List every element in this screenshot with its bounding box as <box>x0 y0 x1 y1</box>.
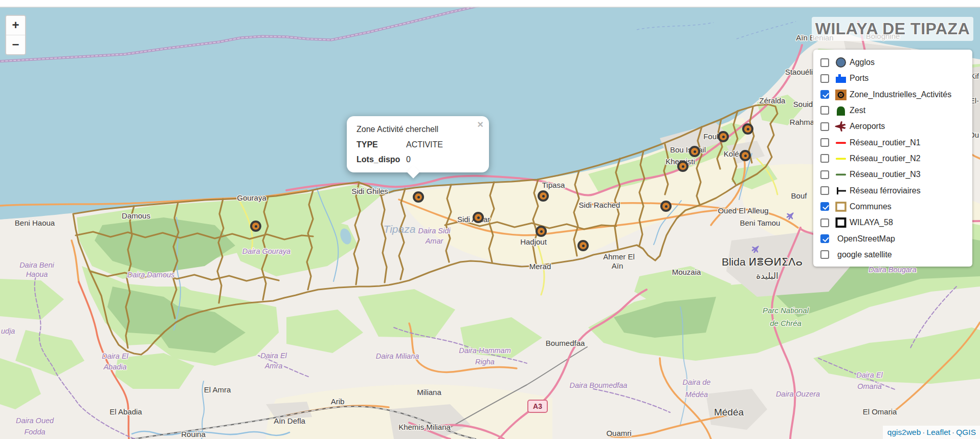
checkbox[interactable] <box>820 218 829 227</box>
daira-label: Daira Miliana <box>376 352 419 360</box>
layer-row-zest[interactable]: Zest <box>820 103 968 118</box>
park-label: Parc National <box>763 306 809 315</box>
checkbox[interactable] <box>820 138 829 147</box>
railway-line-icon <box>835 185 847 197</box>
layer-label: Réseau_routier_N3 <box>850 170 921 179</box>
daira-label: Daira Oued <box>16 416 54 425</box>
zone-industrielle-marker-cherchell[interactable] <box>413 191 424 203</box>
daira-label: Fodda <box>24 428 45 436</box>
popup-field-value: 0 <box>406 155 479 164</box>
daira-label: Médéa <box>685 390 708 399</box>
town-label: El Omaria <box>863 407 897 416</box>
layer-row-wilaya-58[interactable]: WILAYA_58 <box>820 215 968 230</box>
checkbox[interactable] <box>820 170 829 179</box>
layer-label: google satellite <box>837 250 892 259</box>
town-label: Tipasa <box>542 181 565 189</box>
zone-industrielle-marker[interactable] <box>660 201 672 212</box>
town-label: Beni Tamou <box>740 218 781 227</box>
town-label: Rahma <box>790 118 815 126</box>
checkbox[interactable] <box>820 234 829 243</box>
zoom-out-button[interactable]: − <box>6 35 25 54</box>
daira-label: Daira Gouraya <box>242 247 291 255</box>
airplane-icon <box>835 120 847 133</box>
town-label: Sidi Rached <box>579 201 620 209</box>
layer-row-reseau-routier-n3[interactable]: Réseau_routier_N3 <box>820 167 968 182</box>
layer-label: WILAYA_58 <box>850 218 893 227</box>
town-label: Beni Haoua <box>15 218 55 227</box>
zone-industrielle-marker[interactable] <box>718 131 729 142</box>
attribution-link-leaflet[interactable]: Leaflet <box>927 428 951 436</box>
popup-close-button[interactable]: × <box>477 119 483 129</box>
checkbox[interactable] <box>820 58 829 67</box>
checkbox[interactable] <box>820 90 829 99</box>
checkbox[interactable] <box>820 202 829 211</box>
layer-label: Réseau_routier_N2 <box>850 154 921 163</box>
checkbox[interactable] <box>820 122 829 131</box>
layer-row-ports[interactable]: Ports <box>820 71 968 86</box>
town-label: Mouzaia <box>672 268 701 276</box>
checkbox[interactable] <box>820 154 829 163</box>
a3-road-badge: A3 <box>528 400 547 412</box>
checkbox[interactable] <box>820 186 829 195</box>
zoom-in-button[interactable]: + <box>6 16 25 35</box>
layer-row-openstreetmap[interactable]: OpenStreetMap <box>820 231 968 247</box>
town-label: Arib <box>331 397 345 406</box>
town-label: Oued El Alleug <box>718 206 768 215</box>
map-title: WILAYA DE TIPAZA <box>812 17 973 41</box>
layer-row-agglos[interactable]: Agglos <box>820 55 968 70</box>
attribution-bar: qgis2web·Leaflet·QGIS <box>883 426 980 439</box>
daira-label: Abadia <box>103 363 126 371</box>
popup-row: Lots_dispo 0 <box>357 155 479 164</box>
zone-industrielle-marker[interactable] <box>677 161 688 172</box>
popup-field-label: Lots_dispo <box>357 155 406 164</box>
daira-label: Haoua <box>26 270 48 278</box>
layer-label: Réseau férroviaires <box>850 186 921 195</box>
town-label: Aïn <box>612 261 623 270</box>
zone-industrielle-marker[interactable] <box>536 226 547 237</box>
layer-row-aeroports[interactable]: Aeroports <box>820 119 968 134</box>
daira-label: Daira de <box>683 378 711 386</box>
zone-industrielle-marker[interactable] <box>577 240 589 251</box>
zone-industrielle-marker[interactable] <box>250 221 261 232</box>
attribution-link-qgis[interactable]: QGIS <box>956 428 976 436</box>
town-label: Bou Ismail <box>670 145 706 154</box>
checkbox[interactable] <box>820 250 829 259</box>
layer-row-zones-industrielles[interactable]: Zone_Industrielles_Activités <box>820 87 968 102</box>
zone-industrielle-marker[interactable] <box>742 123 753 135</box>
layer-label: Réseau_routier_N1 <box>850 138 921 147</box>
agglo-circle-icon <box>835 56 847 69</box>
map-canvas[interactable]: A3 Damous Beni Haoua Gouraya Sidi Ghiles… <box>0 0 980 439</box>
red-line-icon <box>835 137 847 149</box>
town-label: El Abadia <box>109 407 142 416</box>
daira-label: Daira Hammam <box>459 346 511 355</box>
zone-industrielle-marker[interactable] <box>538 190 549 202</box>
daira-label: Daira Beni <box>19 261 54 269</box>
layer-label: Communes <box>850 202 892 211</box>
layer-row-google-satellite[interactable]: google satellite <box>820 247 968 262</box>
zone-industrielle-marker[interactable] <box>740 150 751 161</box>
town-label: Khemis Miliana <box>398 423 451 431</box>
zone-industrielle-marker[interactable] <box>689 146 700 157</box>
town-label: El Amra <box>204 385 231 394</box>
daira-label: Daira El <box>260 352 287 360</box>
daira-label: Daira Damous <box>127 271 175 279</box>
popup-field-label: TYPE <box>357 140 406 149</box>
layer-row-reseau-routier-n2[interactable]: Réseau_routier_N2 <box>820 151 968 166</box>
popup-row: TYPE ACTIVITE <box>357 140 479 149</box>
daira-label: Daira Ouzera <box>776 390 820 398</box>
checkbox[interactable] <box>820 74 829 83</box>
layer-row-reseau-routier-n1[interactable]: Réseau_routier_N1 <box>820 135 968 150</box>
black-square-outline-icon <box>835 216 847 229</box>
green-line-icon <box>835 168 847 181</box>
road-badge-label: A3 <box>533 402 542 410</box>
city-label-arabic: البليدة <box>756 271 778 281</box>
layer-row-reseau-ferroviaires[interactable]: Réseau férroviaires <box>820 183 968 199</box>
layer-row-communes[interactable]: Communes <box>820 199 968 214</box>
checkbox[interactable] <box>820 106 829 115</box>
attribution-link-qgis2web[interactable]: qgis2web <box>887 428 921 436</box>
daira-label: Omaria <box>857 382 882 390</box>
city-label-medea: Médéa <box>714 407 744 418</box>
zone-industrielle-marker[interactable] <box>473 212 484 223</box>
daira-label: Amra <box>264 362 283 370</box>
daira-label: Daira Bougara <box>868 266 917 274</box>
